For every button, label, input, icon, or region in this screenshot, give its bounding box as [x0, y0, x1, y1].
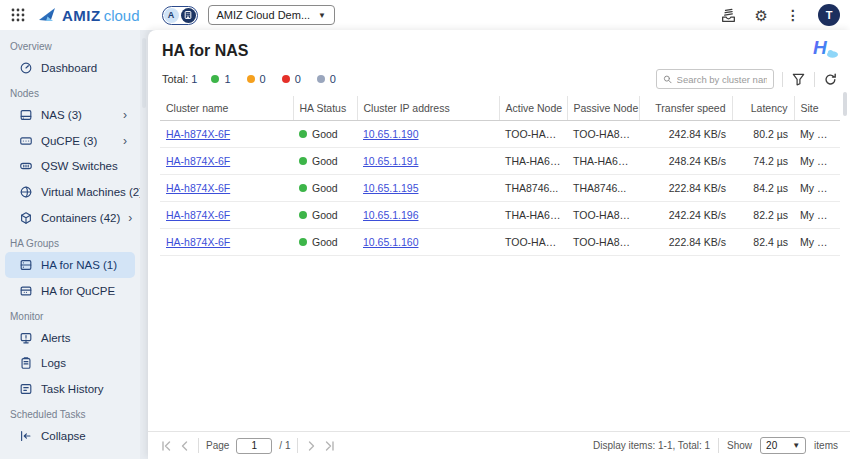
page-label: Page: [206, 440, 229, 451]
sidebar-collapse-button[interactable]: Collapse: [5, 423, 135, 449]
cluster-name-link[interactable]: HA-h874X-6F: [166, 209, 230, 221]
site-cell: My Site: [794, 175, 840, 202]
transfer-speed-cell: 222.84 KB/s: [639, 229, 732, 256]
sidebar-item-task-history[interactable]: Task History: [5, 376, 135, 402]
divider: [782, 72, 783, 87]
sidebar-item-alerts[interactable]: Alerts: [5, 325, 135, 351]
previous-page-icon[interactable]: [179, 440, 191, 452]
settings-gear-icon[interactable]: ⚙: [755, 8, 768, 23]
transfer-speed-cell: 242.24 KB/s: [639, 202, 732, 229]
sidebar-item-qucpe[interactable]: QuCPE (3) ›: [5, 128, 135, 154]
latency-cell: 74.2 µs: [732, 148, 794, 175]
sidebar-item-virtual-machines[interactable]: Virtual Machines (2) ›: [5, 179, 135, 205]
table-scrollbar-thumb[interactable]: [843, 92, 847, 116]
user-avatar[interactable]: T: [818, 4, 840, 26]
table-row[interactable]: HA-h874X-6F Good 10.65.1.196 THA-HA6446.…: [160, 202, 840, 229]
organization-dropdown-label: AMIZ Cloud Dem...: [217, 9, 311, 21]
table-row[interactable]: HA-h874X-6F Good 10.65.1.160 TOO-HA8746.…: [160, 229, 840, 256]
cluster-ip-link[interactable]: 10.65.1.190: [363, 128, 418, 140]
search-input[interactable]: [677, 74, 767, 85]
table-row[interactable]: HA-h874X-6F Good 10.65.1.191 THA-HA6746.…: [160, 148, 840, 175]
row-status-text: Good: [312, 155, 338, 167]
sidebar-item-containers[interactable]: Containers (42) ›: [5, 205, 135, 231]
site-cell: My Site: [794, 121, 840, 148]
column-header-latency[interactable]: Latency: [732, 96, 794, 121]
sidebar-item-label: Alerts: [41, 332, 70, 344]
sidebar-item-label: HA for QuCPE: [41, 285, 115, 297]
table-row[interactable]: HA-h874X-6F Good 10.65.1.195 THA8746... …: [160, 175, 840, 202]
first-page-icon[interactable]: [160, 440, 172, 452]
status-count-warning: 0: [247, 73, 266, 85]
active-node-cell: TOO-HA8746...: [499, 229, 567, 256]
cluster-name-link[interactable]: HA-h874X-6F: [166, 182, 230, 194]
chevron-down-icon: ▼: [792, 441, 800, 450]
passive-node-cell: THA-HA6746...: [567, 148, 639, 175]
next-page-icon[interactable]: [305, 440, 317, 452]
row-status-text: Good: [312, 128, 338, 140]
status-count-error: 0: [282, 73, 301, 85]
latency-cell: 80.2 µs: [732, 121, 794, 148]
divider: [297, 438, 298, 453]
sidebar: Overview Dashboard Nodes NAS (3) › QuCPE…: [0, 30, 140, 459]
passive-node-cell: TOO-HA8746...: [567, 229, 639, 256]
cluster-name-link[interactable]: HA-h874X-6F: [166, 155, 230, 167]
cluster-name-link[interactable]: HA-h874X-6F: [166, 128, 230, 140]
site-cell: My Site: [794, 229, 840, 256]
sidebar-scrollbar-track[interactable]: [140, 30, 148, 459]
svg-text:H: H: [813, 37, 828, 58]
workspace-toggle[interactable]: A: [162, 6, 198, 25]
chevron-right-icon: ›: [123, 134, 127, 148]
sidebar-item-ha-for-nas[interactable]: HA for NAS (1): [5, 252, 135, 278]
column-header-active-node[interactable]: Active Node: [499, 96, 567, 121]
row-status-dot: [299, 238, 307, 246]
column-header-cluster-name[interactable]: Cluster name: [160, 96, 293, 121]
collapse-arrow-icon: [19, 429, 33, 443]
page-size-select[interactable]: 20 ▼: [760, 437, 806, 454]
cluster-ip-link[interactable]: 10.65.1.195: [363, 182, 418, 194]
summary-toolbar: Total: 1 1 0 0 0: [162, 69, 838, 89]
page-total: / 1: [279, 440, 290, 451]
cluster-ip-link[interactable]: 10.65.1.191: [363, 155, 418, 167]
brand-logo[interactable]: AMIZcloud: [38, 7, 140, 24]
sidebar-item-qsw-switches[interactable]: QSW Switches: [5, 153, 135, 179]
page-size-value: 20: [766, 440, 777, 451]
sidebar-scrollbar-thumb[interactable]: [142, 38, 146, 108]
column-header-transfer-speed[interactable]: Transfer speed: [639, 96, 732, 121]
table-row[interactable]: HA-h874X-6F Good 10.65.1.190 TOO-HA8746.…: [160, 121, 840, 148]
items-label: items: [814, 440, 838, 451]
cluster-ip-link[interactable]: 10.65.1.160: [363, 236, 418, 248]
alerts-icon: [19, 331, 33, 345]
sidebar-item-label: NAS (3): [41, 109, 82, 121]
filter-funnel-icon[interactable]: [791, 72, 806, 87]
refresh-icon[interactable]: [823, 72, 838, 87]
sidebar-item-logs[interactable]: Logs: [5, 350, 135, 376]
warning-status-dot: [247, 75, 255, 83]
last-page-icon[interactable]: [324, 440, 336, 452]
sidebar-item-dashboard[interactable]: Dashboard: [5, 55, 135, 81]
transfer-speed-cell: 248.24 KB/s: [639, 148, 732, 175]
organization-icon: [181, 8, 196, 23]
sidebar-item-nas[interactable]: NAS (3) ›: [5, 102, 135, 128]
row-status-text: Good: [312, 209, 338, 221]
cluster-name-link[interactable]: HA-h874X-6F: [166, 236, 230, 248]
sidebar-item-label: Dashboard: [41, 62, 97, 74]
column-header-ha-status[interactable]: HA Status: [293, 96, 357, 121]
section-label-nodes: Nodes: [0, 81, 140, 102]
page-number-input[interactable]: [236, 438, 272, 454]
column-header-site[interactable]: Site: [794, 96, 840, 121]
active-node-cell: TOO-HA8746...: [499, 121, 567, 148]
row-status-dot: [299, 157, 307, 165]
sidebar-item-ha-for-qucpe[interactable]: HA for QuCPE: [5, 278, 135, 304]
section-label-monitor: Monitor: [0, 304, 140, 325]
transfer-speed-cell: 222.84 KB/s: [639, 175, 732, 202]
app-launcher-icon[interactable]: [10, 6, 28, 24]
more-options-kebab-icon[interactable]: ⋮: [786, 8, 800, 22]
display-info: Display items: 1-1, Total: 1: [593, 440, 710, 451]
organization-dropdown[interactable]: AMIZ Cloud Dem... ▼: [208, 5, 335, 25]
chevron-right-icon: ›: [123, 108, 127, 122]
column-header-cluster-ip[interactable]: Cluster IP address: [357, 96, 499, 121]
submit-ticket-icon[interactable]: [720, 7, 737, 24]
column-header-passive-node[interactable]: Passive Node: [567, 96, 639, 121]
cluster-ip-link[interactable]: 10.65.1.196: [363, 209, 418, 221]
active-node-cell: THA8746...: [499, 175, 567, 202]
